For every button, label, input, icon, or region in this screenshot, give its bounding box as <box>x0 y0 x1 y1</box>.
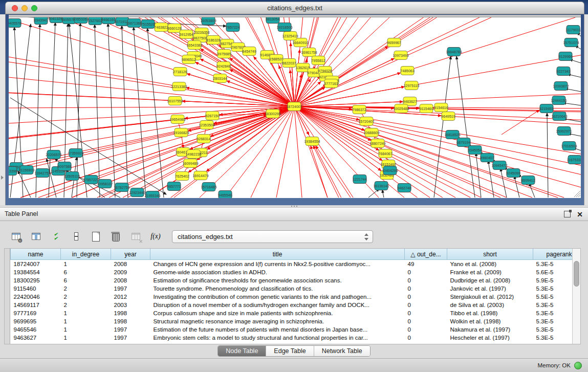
canvas-resize-handle[interactable] <box>576 193 580 197</box>
new-table-icon[interactable] <box>89 230 102 243</box>
graph-node[interactable]: 9649519 <box>441 112 455 121</box>
column-header-title[interactable]: title <box>150 249 405 260</box>
graph-node[interactable]: 12213383 <box>171 82 187 91</box>
graph-node[interactable]: 2718126 <box>173 68 187 76</box>
citation-edge[interactable] <box>18 171 31 198</box>
graph-node[interactable]: 5912954 <box>179 30 193 39</box>
graph-node[interactable]: 13505115 <box>64 172 80 181</box>
graph-node[interactable]: 7857224 <box>226 23 239 32</box>
graph-node[interactable]: 8343941 <box>34 17 48 25</box>
citation-edge[interactable] <box>294 86 404 106</box>
graph-node[interactable]: 9896512 <box>182 55 195 64</box>
graph-node[interactable]: 18807249 <box>369 139 385 148</box>
close-window-button[interactable] <box>12 5 18 11</box>
citation-edge[interactable] <box>276 106 294 198</box>
graph-node[interactable]: 7684067 <box>378 149 392 158</box>
citation-edge[interactable] <box>294 106 581 174</box>
citation-edge[interactable] <box>134 27 146 198</box>
graph-node[interactable]: 3913396 <box>9 167 17 176</box>
citation-edge[interactable] <box>294 106 353 198</box>
graph-node[interactable]: 6879194 <box>456 138 470 147</box>
table-row[interactable]: 1830029562008Estimation of significance … <box>11 276 573 285</box>
table-row[interactable]: 2242004622012Investigating the contribut… <box>11 293 573 301</box>
citation-edge[interactable] <box>195 62 294 106</box>
graph-node[interactable]: 17016504 <box>561 142 577 150</box>
graph-node[interactable]: 9097588 <box>57 162 71 171</box>
graph-node[interactable]: 15751074 <box>563 38 579 47</box>
row-selection-icon[interactable] <box>69 230 82 243</box>
network-canvas[interactable]: 7463822866012859129542322605898275081654… <box>9 15 581 198</box>
graph-node[interactable]: 9268314 <box>197 135 210 143</box>
graph-node[interactable]: 16099489 <box>182 159 198 168</box>
graph-node[interactable]: 8186328 <box>206 36 220 45</box>
column-header-name[interactable]: name <box>11 249 61 260</box>
table-row[interactable]: 969969511998Structural magnetic resonanc… <box>11 317 573 325</box>
graph-node[interactable]: 9115460 <box>420 104 433 113</box>
column-visibility-icon[interactable] <box>29 230 42 243</box>
vertical-scrollbar[interactable] <box>572 249 580 344</box>
table-row[interactable]: 1938455462009Genome-wide association stu… <box>11 268 573 276</box>
graph-node[interactable]: 7625402 <box>175 172 189 181</box>
citation-edge[interactable] <box>294 73 401 106</box>
table-row[interactable]: 1456911722003Disruption of a novel membe… <box>11 301 573 309</box>
graph-node[interactable]: 7986372 <box>352 105 366 114</box>
table-row[interactable]: 946362711997Embryonic stem cells: a mode… <box>11 334 573 342</box>
function-builder-icon[interactable]: f(x) <box>149 230 162 243</box>
graph-node[interactable]: 12975115 <box>404 81 420 90</box>
column-header-out_de[interactable]: △ out_de... <box>405 249 447 260</box>
citation-edge[interactable] <box>47 159 56 198</box>
citation-edge[interactable] <box>294 106 302 198</box>
citation-edge[interactable] <box>434 56 451 198</box>
graph-node[interactable]: 17359924 <box>68 149 83 158</box>
graph-node[interactable]: 15992971 <box>556 127 572 136</box>
tab-network-table[interactable]: Network Table <box>314 346 370 356</box>
scrollbar-thumb[interactable] <box>574 261 579 287</box>
graph-node[interactable]: 15720407 <box>358 117 374 126</box>
column-header-in_degree[interactable]: in_degree <box>61 249 111 260</box>
graph-node[interactable]: 16671368 <box>126 19 142 28</box>
network-graph[interactable]: 7463822866012859129542322605898275081654… <box>9 17 581 198</box>
graph-node[interactable]: 1588520 <box>269 55 283 63</box>
graph-node[interactable]: 7485063 <box>400 67 414 75</box>
table-row[interactable]: 977716911998Corpus callosum shape and si… <box>11 309 573 317</box>
graph-node[interactable]: 12444156 <box>551 96 567 105</box>
minimize-window-button[interactable] <box>21 5 28 11</box>
graph-node[interactable]: 16136141 <box>373 182 389 190</box>
graph-node[interactable]: 21955346 <box>144 191 160 199</box>
graph-node[interactable]: 10945472 <box>491 161 507 170</box>
left-panel-splitter[interactable] <box>0 14 6 205</box>
table-row[interactable]: 1872400712008Changes of HCN gene express… <box>11 260 573 269</box>
graph-node[interactable]: 12353504 <box>199 121 214 129</box>
tab-edge-table[interactable]: Edge Table <box>266 346 313 356</box>
citation-edge[interactable] <box>456 56 475 198</box>
tab-node-table[interactable]: Node Table <box>218 346 266 356</box>
float-panel-icon[interactable] <box>564 211 571 217</box>
graph-node[interactable]: 3777163 <box>324 79 338 88</box>
graph-node[interactable]: 16914479 <box>192 171 208 180</box>
citation-edge[interactable] <box>514 176 519 198</box>
graph-node[interactable]: 19218506 <box>276 23 292 32</box>
graph-node[interactable]: 16782759 <box>114 183 129 192</box>
citation-edge[interactable] <box>500 168 507 198</box>
graph-node[interactable]: 11675333 <box>567 156 581 164</box>
graph-node[interactable]: 9405578 <box>9 19 21 28</box>
graph-node[interactable]: 16648784 <box>446 48 462 56</box>
graph-node[interactable]: 9465546 <box>218 191 232 199</box>
graph-node[interactable]: 7515526 <box>141 20 155 29</box>
collapse-arrow-icon[interactable] <box>1 176 4 180</box>
citation-edge[interactable] <box>294 17 358 106</box>
citation-edge[interactable] <box>502 110 539 135</box>
graph-node[interactable]: 9857771 <box>167 182 181 191</box>
column-header-pagerank[interactable]: pagerank <box>533 249 573 260</box>
citation-edge[interactable] <box>9 106 294 108</box>
graph-node[interactable]: 7955812 <box>311 56 325 65</box>
graph-node[interactable]: 21156809 <box>19 166 35 174</box>
graph-node[interactable]: 9267150 <box>205 112 219 120</box>
graph-node[interactable]: 9242848 <box>216 62 230 71</box>
graph-node[interactable]: 16107552 <box>167 97 183 105</box>
graph-node[interactable]: 18724007 <box>286 102 302 111</box>
graph-node[interactable]: 9245099 <box>506 169 520 178</box>
citation-edge[interactable] <box>294 106 558 198</box>
graph-node[interactable]: 12325419 <box>282 32 298 40</box>
graph-node[interactable]: 10958107 <box>97 180 113 188</box>
